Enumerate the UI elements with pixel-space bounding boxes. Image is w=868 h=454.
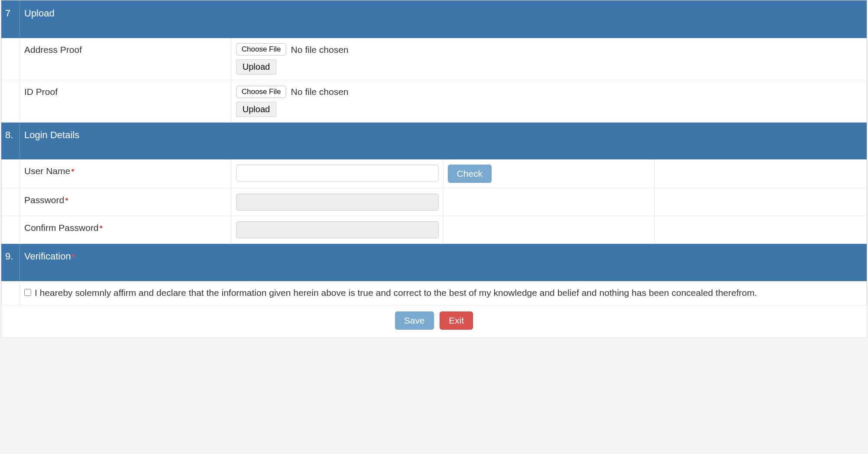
required-marker: • — [65, 194, 68, 204]
field-password — [231, 188, 443, 216]
exit-button[interactable]: Exit — [440, 311, 473, 330]
declaration-checkbox[interactable] — [24, 289, 31, 296]
form-container: 7 Upload Address Proof Choose File No fi… — [1, 0, 867, 338]
save-button[interactable]: Save — [395, 311, 434, 330]
row-declaration: I heareby solemnly affirm and declare th… — [2, 281, 867, 305]
check-button[interactable]: Check — [448, 165, 492, 183]
upload-button-address-proof[interactable]: Upload — [236, 59, 276, 75]
choose-file-id-proof[interactable]: Choose File — [236, 86, 287, 98]
label-address-proof: Address Proof — [20, 38, 232, 80]
section-header-verification: 9. Verification• — [2, 244, 867, 281]
field-id-proof: Choose File No file chosen Upload — [231, 80, 866, 122]
action-bar: Save Exit — [1, 305, 867, 337]
row-id-proof: ID Proof Choose File No file chosen Uplo… — [2, 80, 867, 122]
choose-file-address-proof[interactable]: Choose File — [236, 43, 287, 55]
section-header-upload: 7 Upload — [2, 1, 867, 38]
required-marker: • — [71, 165, 74, 175]
label-confirm-password: Confirm Password• — [20, 216, 232, 244]
confirm-password-input[interactable] — [236, 221, 439, 238]
file-status-id-proof: No file chosen — [291, 85, 348, 98]
section-number-upload: 7 — [2, 1, 20, 38]
required-marker: • — [100, 221, 103, 232]
username-input[interactable] — [236, 165, 439, 182]
section-title-login: Login Details — [20, 122, 867, 159]
file-status-address-proof: No file chosen — [291, 43, 348, 56]
declaration-text: I heareby solemnly affirm and declare th… — [35, 286, 757, 299]
section-title-verification: Verification• — [20, 244, 867, 281]
field-confirm-password — [231, 216, 443, 244]
field-username — [231, 159, 443, 188]
label-password: Password• — [20, 188, 232, 216]
label-id-proof: ID Proof — [20, 80, 232, 122]
cell-check: Check — [443, 159, 655, 188]
section-number-login: 8. — [2, 122, 20, 159]
label-username: User Name• — [20, 159, 232, 188]
field-address-proof: Choose File No file chosen Upload — [231, 38, 866, 80]
upload-button-id-proof[interactable]: Upload — [236, 102, 276, 117]
password-input[interactable] — [236, 194, 439, 211]
required-marker: • — [72, 250, 75, 261]
row-username: User Name• Check — [2, 159, 867, 188]
row-password: Password• — [2, 188, 867, 216]
declaration-label[interactable]: I heareby solemnly affirm and declare th… — [24, 286, 862, 299]
section-title-upload: Upload — [20, 1, 867, 38]
section-header-login: 8. Login Details — [2, 122, 867, 159]
section-number-verification: 9. — [2, 244, 20, 281]
row-confirm-password: Confirm Password• — [2, 216, 867, 244]
row-address-proof: Address Proof Choose File No file chosen… — [2, 38, 867, 80]
form-table: 7 Upload Address Proof Choose File No fi… — [1, 0, 867, 305]
